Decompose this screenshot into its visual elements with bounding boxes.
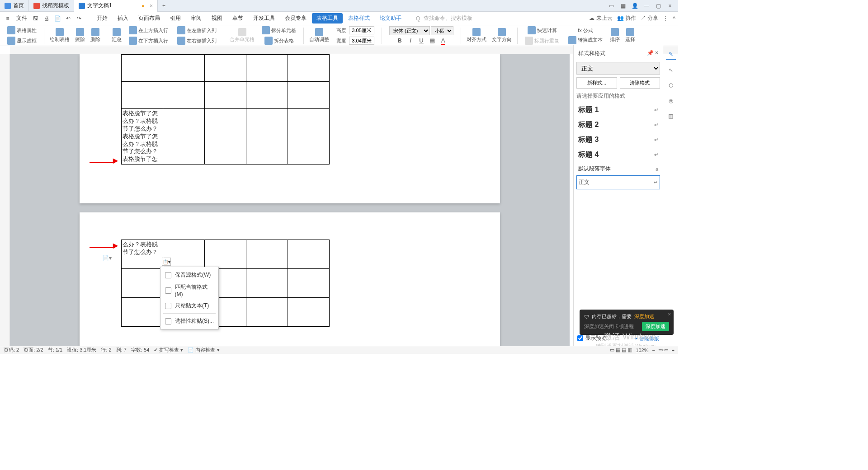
highlight-button[interactable]: ▤: [427, 36, 437, 45]
status-spell[interactable]: ✔ 拼写检查 ▾: [154, 347, 183, 353]
status-pagecode[interactable]: 页码: 2: [4, 347, 19, 353]
tab-home[interactable]: 首页: [0, 0, 29, 12]
status-section[interactable]: 节: 1/1: [48, 347, 62, 353]
new-style-button[interactable]: 新样式...: [576, 77, 617, 89]
status-line[interactable]: 行: 2: [101, 347, 111, 353]
style-tool-icon[interactable]: ✎: [666, 50, 676, 60]
maximize-button[interactable]: ▢: [654, 1, 663, 10]
menu-member[interactable]: 会员专享: [280, 14, 311, 22]
menu-chapter[interactable]: 章节: [228, 14, 248, 22]
view-mode-icons[interactable]: ▭ ▦ ▤ ▥: [610, 347, 632, 353]
close-icon[interactable]: ×: [150, 3, 153, 9]
font-name-select[interactable]: 宋体 (正文): [389, 26, 430, 35]
current-style-select[interactable]: 正文: [576, 62, 660, 75]
menu-start[interactable]: 开始: [92, 14, 112, 22]
quick-calc-button[interactable]: 快速计算: [526, 25, 559, 35]
table-cell-text[interactable]: 表格脱节了怎么办？表格脱节了怎么办？表格脱节了怎么办？表格脱节了怎么办？表格脱节…: [123, 110, 162, 163]
insert-right-button[interactable]: 在右侧插入列: [175, 36, 218, 46]
zoom-slider[interactable]: ━○━: [659, 347, 668, 353]
shape-tool-icon[interactable]: ⬡: [666, 80, 676, 90]
style-heading2[interactable]: 标题 2↵: [576, 118, 660, 132]
more-icon[interactable]: ⋮: [663, 15, 668, 22]
menu-table-style[interactable]: 表格样式: [344, 14, 374, 22]
menu-insert[interactable]: 插入: [113, 14, 133, 22]
insert-below-button[interactable]: 在下方插入行: [127, 36, 170, 46]
show-frame-button[interactable]: 显示虚框: [5, 36, 38, 46]
avatar-icon[interactable]: 👤: [630, 1, 639, 10]
select-tool-icon[interactable]: ↖: [666, 65, 676, 75]
show-preview-check[interactable]: 显示预览: [577, 334, 607, 342]
layout-icon[interactable]: ▭: [607, 1, 616, 10]
style-para-font[interactable]: 默认段落字体a: [576, 162, 660, 175]
menu-paste-special[interactable]: 选择性粘贴(S)...: [160, 315, 218, 327]
paste-options-button[interactable]: 📋▾: [162, 258, 171, 266]
font-size-select[interactable]: 小四: [431, 26, 453, 35]
menu-dev[interactable]: 开发工具: [249, 14, 279, 22]
zoom-out-icon[interactable]: −: [652, 348, 655, 353]
to-text-button[interactable]: 转换成文本: [566, 35, 604, 45]
align-button[interactable]: 对齐方式: [465, 27, 488, 44]
status-pos[interactable]: 设值: 3.1厘米: [67, 347, 96, 353]
tab-templates[interactable]: 找稻壳模板: [29, 0, 74, 12]
split-cell-button[interactable]: 拆分单元格: [260, 25, 298, 35]
new-tab-button[interactable]: +: [158, 3, 170, 9]
formula-button[interactable]: fx 公式: [576, 26, 595, 35]
erase-button[interactable]: 擦除: [73, 27, 87, 44]
menu-thesis[interactable]: 论文助手: [375, 14, 406, 22]
hamburger-icon[interactable]: ≡: [3, 14, 13, 24]
style-heading3[interactable]: 标题 3↵: [576, 132, 660, 147]
height-input[interactable]: [349, 26, 374, 34]
width-input[interactable]: [349, 37, 374, 45]
pin-icon[interactable]: 📌: [647, 50, 654, 56]
draw-table-button[interactable]: 绘制表格: [48, 27, 71, 44]
menu-view[interactable]: 视图: [207, 14, 227, 22]
zoom-label[interactable]: 102%: [636, 348, 648, 353]
summary-button[interactable]: 汇总: [110, 27, 123, 44]
table-properties-button[interactable]: 表格属性: [5, 25, 38, 35]
panel-close-icon[interactable]: ×: [655, 50, 658, 56]
sort-button[interactable]: 排序: [608, 27, 622, 44]
close-button[interactable]: ×: [665, 1, 675, 10]
undo-icon[interactable]: ↶: [63, 14, 73, 24]
status-content[interactable]: 📄 内容检查 ▾: [188, 347, 219, 353]
file-menu[interactable]: 文件: [14, 14, 30, 22]
target-tool-icon[interactable]: ◎: [666, 96, 676, 106]
zoom-in-icon[interactable]: +: [672, 348, 675, 353]
table-cell-text-2[interactable]: 么办？表格脱节了怎么办？: [123, 241, 162, 256]
delete-button[interactable]: 删除: [89, 27, 102, 44]
table-1[interactable]: 表格脱节了怎么办？表格脱节了怎么办？表格脱节了怎么办？表格脱节了怎么办？表格脱节…: [121, 54, 330, 164]
collab-button[interactable]: 👥 协作: [617, 14, 636, 22]
autofit-button[interactable]: 自动调整: [307, 27, 331, 44]
toast-action-button[interactable]: 深度加速: [642, 322, 669, 331]
bold-button[interactable]: B: [395, 36, 405, 45]
toast-close-icon[interactable]: ×: [668, 311, 671, 317]
preview-icon[interactable]: 📄: [52, 14, 62, 24]
menu-text-only[interactable]: 只粘贴文本(T): [160, 300, 218, 312]
split-table-button[interactable]: 拆分表格: [263, 36, 296, 46]
italic-button[interactable]: I: [406, 36, 415, 45]
clear-format-button[interactable]: 清除格式: [620, 77, 660, 89]
table-2[interactable]: 么办？表格脱节了怎么办？: [121, 240, 330, 327]
tab-document[interactable]: 文字文稿1●×: [74, 0, 158, 12]
font-color-button[interactable]: A: [438, 36, 448, 45]
command-search[interactable]: Q查找命令、搜索模板: [416, 14, 472, 22]
layout-tool-icon[interactable]: ▥: [666, 111, 676, 121]
menu-table-tools[interactable]: 表格工具: [312, 13, 343, 24]
style-heading4[interactable]: 标题 4↵: [576, 147, 660, 162]
menu-references[interactable]: 引用: [165, 14, 185, 22]
menu-review[interactable]: 审阅: [186, 14, 206, 22]
collapse-ribbon-icon[interactable]: ^: [673, 15, 675, 22]
document-area[interactable]: 表格脱节了怎么办？表格脱节了怎么办？表格脱节了怎么办？表格脱节了怎么办？表格脱节…: [10, 54, 570, 346]
select-button[interactable]: 选择: [623, 27, 637, 44]
redo-icon[interactable]: ↷: [74, 14, 84, 24]
insert-above-button[interactable]: 在上方插入行: [127, 25, 170, 35]
share-button[interactable]: ↗ 分享: [641, 14, 658, 22]
style-body[interactable]: 正文↵: [576, 175, 660, 189]
style-heading1[interactable]: 标题 1↵: [576, 103, 660, 118]
underline-button[interactable]: U: [416, 36, 426, 45]
status-col[interactable]: 列: 7: [116, 347, 127, 353]
menu-layout[interactable]: 页面布局: [134, 14, 165, 22]
print-icon[interactable]: 🖨: [42, 14, 52, 24]
status-page[interactable]: 页面: 2/2: [24, 347, 43, 353]
save-icon[interactable]: 🖫: [31, 14, 41, 24]
